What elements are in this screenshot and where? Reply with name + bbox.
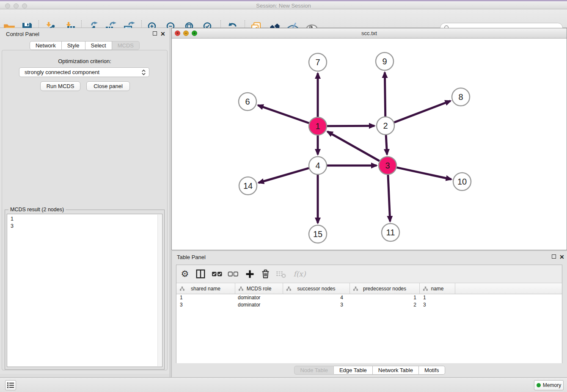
tab-mcds[interactable]: MCDS xyxy=(112,41,140,50)
graph-edge-4-14[interactable] xyxy=(259,168,309,183)
columns-icon xyxy=(195,269,206,279)
table-settings-button[interactable]: ⚙ xyxy=(179,268,191,280)
graph-node-14[interactable]: 14 xyxy=(239,177,257,195)
function-icon: f(x) xyxy=(293,270,306,278)
hierarchy-icon xyxy=(353,287,358,291)
svg-text:4: 4 xyxy=(315,161,320,170)
table-panel-title: Table Panel xyxy=(177,254,206,260)
graph-node-11[interactable]: 11 xyxy=(382,224,399,241)
table-cell[interactable]: 2 xyxy=(350,301,420,309)
tab-select[interactable]: Select xyxy=(85,41,112,50)
close-panel-button[interactable]: ✕ xyxy=(160,31,165,36)
graph-node-15[interactable]: 15 xyxy=(309,225,327,243)
mcds-result-line: 1 xyxy=(11,215,159,223)
network-canvas[interactable]: 7968124314101511 xyxy=(172,39,567,250)
task-history-button[interactable] xyxy=(5,380,16,390)
criterion-dropdown[interactable]: strongly connected component xyxy=(19,67,149,77)
table-cell[interactable]: 3 xyxy=(420,301,455,309)
node-table: ⚙ f(x) xyxy=(176,265,562,363)
svg-text:3: 3 xyxy=(385,161,390,170)
select-all-button[interactable] xyxy=(211,268,223,280)
svg-text:2: 2 xyxy=(383,121,388,130)
checked-boxes-icon xyxy=(212,268,223,279)
table-cell[interactable]: 1 xyxy=(350,294,420,301)
memory-button[interactable]: Memory xyxy=(534,380,564,390)
function-builder-button[interactable]: f(x) xyxy=(291,268,308,280)
svg-text:6: 6 xyxy=(245,97,250,106)
toggle-column-display-button[interactable] xyxy=(195,268,206,280)
table-row[interactable]: 3dominator323 xyxy=(176,301,562,309)
plus-icon xyxy=(245,269,255,279)
control-panel-header: Control Panel ✕ xyxy=(0,28,169,40)
svg-text:1: 1 xyxy=(315,121,320,131)
table-cell[interactable]: dominator xyxy=(235,294,283,301)
graph-node-9[interactable]: 9 xyxy=(376,52,394,70)
tab-network[interactable]: Network xyxy=(30,41,62,50)
tab-node-table[interactable]: Node Table xyxy=(294,366,334,375)
hierarchy-icon xyxy=(423,287,428,291)
table-tabs: Node TableEdge TableNetwork TableMotifs xyxy=(172,366,567,375)
graph-edge-2-3[interactable] xyxy=(386,135,387,155)
table-row[interactable]: 1dominator411 xyxy=(176,294,562,301)
table-cell[interactable]: dominator xyxy=(235,301,283,309)
mcds-panel: Optimization criterion: strongly connect… xyxy=(2,50,168,370)
memory-label: Memory xyxy=(543,382,561,388)
close-mcds-panel-button[interactable]: Close panel xyxy=(86,81,130,91)
graph-edge-2-9[interactable] xyxy=(385,72,385,116)
table-body: 1dominator4113dominator323 xyxy=(176,294,562,363)
column-header-predecessor-nodes[interactable]: predecessor nodes xyxy=(350,283,420,294)
trash-icon xyxy=(260,269,271,279)
add-row-button[interactable] xyxy=(244,268,256,280)
graph-edge-2-8[interactable] xyxy=(394,101,451,122)
delete-row-button[interactable] xyxy=(259,268,271,280)
tab-edge-table[interactable]: Edge Table xyxy=(334,366,373,375)
graph-edge-3-10[interactable] xyxy=(397,168,451,179)
delete-table-button[interactable] xyxy=(275,268,287,280)
result-scrollbar[interactable] xyxy=(157,215,162,366)
mcds-result-lines: 13 xyxy=(7,214,162,231)
deselect-all-button[interactable] xyxy=(227,268,239,280)
list-icon xyxy=(7,382,14,389)
graph-edge-3-1[interactable] xyxy=(328,132,380,161)
graph-node-7[interactable]: 7 xyxy=(309,53,327,71)
graph-edge-3-11[interactable] xyxy=(388,175,390,221)
mcds-result-box: 13 xyxy=(7,214,162,367)
gear-icon: ⚙ xyxy=(181,268,189,280)
control-panel: Control Panel ✕ NetworkStyleSelectMCDS O… xyxy=(0,28,169,374)
svg-text:8: 8 xyxy=(458,92,463,102)
column-header-MCDS-role[interactable]: MCDS role xyxy=(235,283,283,294)
table-cell[interactable]: 1 xyxy=(176,294,235,301)
graph-edge-1-2[interactable] xyxy=(327,126,374,126)
optimization-criterion-label: Optimization criterion: xyxy=(2,58,167,64)
run-mcds-button[interactable]: Run MCDS xyxy=(40,81,80,91)
hierarchy-icon xyxy=(286,287,291,291)
graph-node-3[interactable]: 3 xyxy=(379,157,396,174)
table-cell[interactable]: 4 xyxy=(283,294,350,301)
mcds-result-fieldset: MCDS result (2 nodes) 13 xyxy=(5,210,165,370)
table-cell[interactable]: 3 xyxy=(283,301,350,309)
close-table-panel-button[interactable]: ✕ xyxy=(559,254,564,259)
table-cell[interactable]: 3 xyxy=(176,301,235,309)
main-toolbar xyxy=(0,9,567,28)
column-header-shared-name[interactable]: shared name xyxy=(176,283,235,294)
column-header-name[interactable]: name xyxy=(420,283,455,294)
graph-node-6[interactable]: 6 xyxy=(239,93,256,110)
svg-text:11: 11 xyxy=(386,228,395,237)
graph-node-1[interactable]: 1 xyxy=(309,117,327,135)
float-table-panel-button[interactable] xyxy=(552,254,556,259)
network-graph[interactable]: 7968124314101511 xyxy=(172,39,567,250)
graph-node-4[interactable]: 4 xyxy=(309,157,327,174)
graph-node-8[interactable]: 8 xyxy=(452,88,470,106)
graph-edge-1-6[interactable] xyxy=(258,105,309,123)
graph-node-10[interactable]: 10 xyxy=(453,173,471,190)
table-cell[interactable]: 1 xyxy=(420,294,455,301)
float-panel-button[interactable] xyxy=(153,31,157,36)
tab-motifs[interactable]: Motifs xyxy=(419,366,445,375)
graph-node-2[interactable]: 2 xyxy=(377,117,394,135)
column-header-successor-nodes[interactable]: successor nodes xyxy=(283,283,350,294)
tab-network-table[interactable]: Network Table xyxy=(373,366,419,375)
mcds-result-line: 3 xyxy=(11,223,159,230)
tab-style[interactable]: Style xyxy=(62,41,85,50)
table-toolbar: ⚙ f(x) xyxy=(176,265,562,283)
svg-text:7: 7 xyxy=(315,58,320,67)
